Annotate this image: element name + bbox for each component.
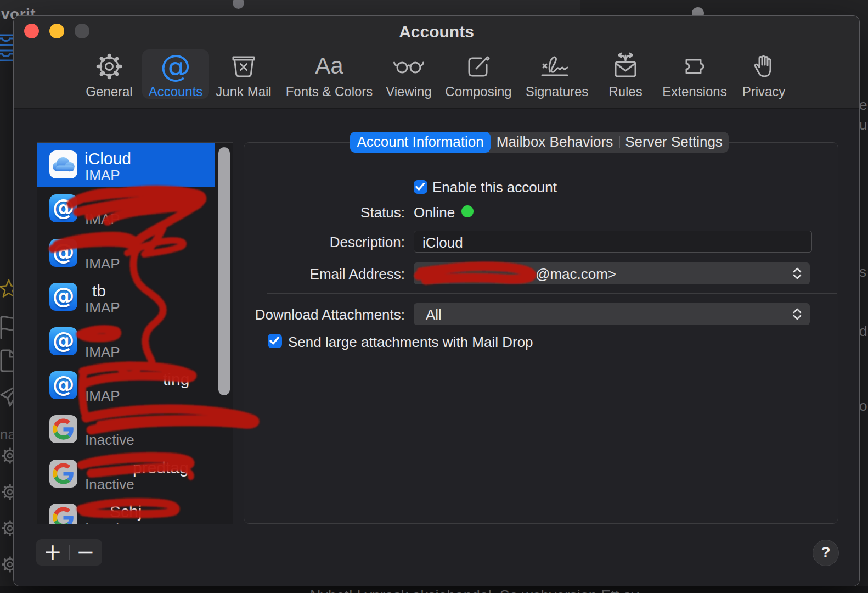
description-field-value: iCloud	[422, 234, 463, 251]
compose-icon	[435, 51, 522, 82]
junk-bin-icon	[200, 51, 288, 82]
tab-account-information[interactable]: Account Information	[350, 132, 491, 153]
maildrop-checkbox[interactable]	[268, 334, 282, 348]
account-row-redacted-3[interactable]: @ tb IMAP	[37, 275, 215, 319]
toolbar-label: Fonts & Colors	[285, 84, 373, 99]
remove-account-button[interactable]: −	[69, 539, 102, 566]
account-type: IMAP	[85, 211, 120, 228]
account-row-redacted-4[interactable]: @ IMAP	[37, 320, 215, 363]
download-attachments-dropdown[interactable]: All	[414, 303, 810, 325]
email-address-dropdown[interactable]: @mac.com>	[414, 262, 810, 284]
account-name: ting	[163, 370, 189, 389]
fonts-icon: Aa	[285, 51, 373, 82]
mail-settings-window: Accounts General @ Accounts Junk Mail Aa…	[13, 15, 860, 586]
form-divider	[267, 293, 837, 294]
toolbar-item-composing[interactable]: Composing	[435, 50, 522, 100]
toolbar-label: Privacy	[720, 84, 808, 99]
tab-divider	[619, 136, 620, 148]
tab-mailbox-behaviors[interactable]: Mailbox Behaviors	[491, 132, 619, 153]
hand-icon	[720, 51, 808, 82]
at-account-icon: @	[49, 283, 77, 311]
account-name: predtag	[133, 458, 189, 477]
toolbar-item-fonts-colors[interactable]: Aa Fonts & Colors	[285, 50, 373, 100]
background-message-text: Nyhet! Lynrask aksjehandel. Se webversjo…	[310, 588, 639, 593]
account-name: tb	[92, 282, 106, 300]
account-name: iCloud	[84, 149, 131, 168]
account-type: IMAP	[85, 344, 120, 361]
email-address-label: Email Address:	[251, 266, 405, 283]
toolbar-item-junk-mail[interactable]: Junk Mail	[200, 50, 288, 100]
account-type: IMAP	[85, 388, 120, 405]
account-type: IMAP	[85, 255, 120, 272]
at-account-icon: @	[49, 371, 77, 399]
account-row-redacted-1[interactable]: @ IMAP	[37, 187, 215, 231]
background-message-row: Nyhet! Lynrask aksjehandel. Se webversjo…	[0, 586, 868, 593]
toolbar-label: Junk Mail	[200, 84, 288, 99]
account-row-redacted-2[interactable]: @ IMAP	[37, 231, 215, 275]
enable-account-checkbox[interactable]	[414, 180, 427, 194]
background-toolbar	[0, 0, 868, 16]
help-button[interactable]: ?	[813, 540, 839, 566]
status-value: Online	[414, 204, 455, 221]
at-account-icon: @	[49, 239, 77, 267]
status-online-dot	[461, 205, 474, 217]
account-add-remove-group: + −	[36, 539, 102, 566]
download-attachments-label: Download Attachments:	[251, 306, 405, 323]
window-title: Accounts	[14, 23, 859, 40]
status-label: Status:	[251, 204, 405, 221]
stepper-chevrons-icon	[791, 307, 803, 323]
detail-tabs: Account Information Mailbox Behaviors Se…	[350, 132, 729, 153]
account-row-google-2[interactable]: predtag Inactive	[37, 452, 215, 496]
google-icon	[49, 504, 77, 524]
at-account-icon: @	[49, 194, 77, 222]
maildrop-label: Send large attachments with Mail Drop	[288, 334, 533, 351]
add-remove-divider	[69, 545, 70, 560]
tab-server-settings[interactable]: Server Settings	[619, 132, 729, 153]
at-account-icon: @	[49, 327, 77, 355]
account-row-icloud[interactable]: iCloud IMAP	[37, 143, 215, 187]
account-list: iCloud IMAP @ IMAP @ IMAP @ tb IMAP @ IM…	[37, 142, 233, 524]
account-detail-panel	[244, 142, 838, 524]
stepper-chevrons-icon	[791, 266, 803, 283]
account-row-google-1[interactable]: Inactive	[37, 407, 215, 451]
account-type: Inactive	[85, 520, 134, 524]
description-label: Description:	[251, 234, 405, 251]
account-row-google-3[interactable]: Schj Inactive	[37, 496, 215, 524]
toolbar-item-privacy[interactable]: Privacy	[720, 50, 808, 100]
google-icon	[49, 460, 77, 488]
download-attachments-value: All	[426, 306, 442, 323]
account-type: Inactive	[85, 432, 134, 449]
background-text-fragment-1: e	[859, 97, 867, 114]
background-toolbar-dot	[233, 0, 244, 9]
background-text-fragment-4: d	[859, 323, 867, 340]
add-account-button[interactable]: +	[36, 539, 69, 566]
toolbar-label: Composing	[435, 84, 522, 99]
background-text-fragment-5: o	[859, 398, 867, 415]
google-icon	[49, 415, 77, 443]
account-type: Inactive	[85, 476, 134, 493]
background-text-fragment-2: ur	[859, 116, 868, 133]
email-address-value: @mac.com>	[536, 266, 616, 283]
account-type: IMAP	[85, 299, 120, 316]
background-text-fragment-3: s	[859, 264, 866, 281]
description-field[interactable]: iCloud	[414, 231, 812, 253]
account-type: IMAP	[85, 167, 120, 184]
scrollbar-thumb[interactable]	[218, 147, 230, 395]
icloud-icon	[49, 150, 77, 178]
account-name: Schj	[110, 502, 142, 521]
account-row-redacted-5[interactable]: @ ting IMAP	[37, 363, 215, 407]
enable-account-label: Enable this account	[432, 179, 557, 196]
background-toolbar-right	[580, 0, 868, 16]
